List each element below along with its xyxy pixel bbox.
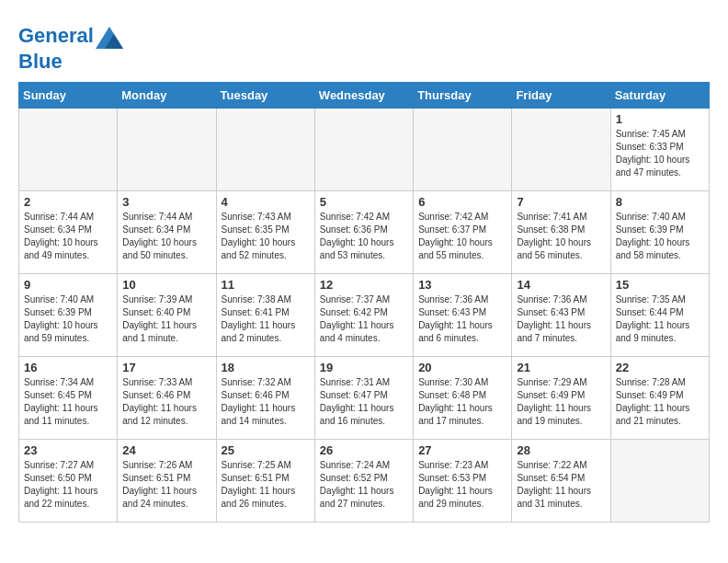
day-number: 8: [616, 195, 704, 209]
week-row-3: 9Sunrise: 7:40 AM Sunset: 6:39 PM Daylig…: [19, 274, 710, 357]
weekday-header-wednesday: Wednesday: [314, 83, 413, 109]
weekday-header-row: SundayMondayTuesdayWednesdayThursdayFrid…: [19, 83, 710, 109]
weekday-header-tuesday: Tuesday: [216, 83, 314, 109]
day-info: Sunrise: 7:45 AM Sunset: 6:33 PM Dayligh…: [616, 128, 704, 179]
calendar-cell: 2Sunrise: 7:44 AM Sunset: 6:34 PM Daylig…: [19, 191, 118, 274]
day-info: Sunrise: 7:42 AM Sunset: 6:36 PM Dayligh…: [320, 211, 408, 262]
day-number: 25: [222, 443, 310, 457]
calendar-cell: 26Sunrise: 7:24 AM Sunset: 6:52 PM Dayli…: [314, 440, 413, 523]
day-number: 22: [616, 361, 704, 374]
day-number: 23: [24, 443, 112, 457]
calendar-cell: 17Sunrise: 7:33 AM Sunset: 6:46 PM Dayli…: [118, 357, 216, 440]
day-number: 18: [222, 361, 310, 374]
calendar-cell: 1Sunrise: 7:45 AM Sunset: 6:33 PM Daylig…: [610, 109, 709, 191]
calendar-cell: 28Sunrise: 7:22 AM Sunset: 6:54 PM Dayli…: [512, 440, 610, 523]
calendar-cell: 10Sunrise: 7:39 AM Sunset: 6:40 PM Dayli…: [118, 274, 216, 357]
day-info: Sunrise: 7:39 AM Sunset: 6:40 PM Dayligh…: [122, 293, 210, 345]
calendar-cell: 14Sunrise: 7:36 AM Sunset: 6:43 PM Dayli…: [512, 274, 610, 357]
day-info: Sunrise: 7:30 AM Sunset: 6:48 PM Dayligh…: [418, 376, 506, 428]
weekday-header-saturday: Saturday: [610, 83, 709, 109]
week-row-2: 2Sunrise: 7:44 AM Sunset: 6:34 PM Daylig…: [19, 191, 710, 274]
calendar-cell: 15Sunrise: 7:35 AM Sunset: 6:44 PM Dayli…: [610, 274, 709, 357]
weekday-header-sunday: Sunday: [19, 83, 118, 109]
day-number: 4: [222, 195, 310, 209]
day-info: Sunrise: 7:29 AM Sunset: 6:49 PM Dayligh…: [517, 376, 605, 428]
day-number: 16: [24, 361, 112, 374]
week-row-5: 23Sunrise: 7:27 AM Sunset: 6:50 PM Dayli…: [19, 440, 710, 523]
day-info: Sunrise: 7:23 AM Sunset: 6:53 PM Dayligh…: [418, 459, 506, 511]
day-info: Sunrise: 7:40 AM Sunset: 6:39 PM Dayligh…: [24, 293, 112, 345]
calendar-cell: [414, 109, 512, 191]
day-number: 24: [122, 443, 210, 457]
weekday-header-friday: Friday: [512, 83, 610, 109]
day-number: 2: [24, 195, 112, 209]
day-info: Sunrise: 7:35 AM Sunset: 6:44 PM Dayligh…: [616, 293, 704, 345]
day-number: 17: [122, 361, 210, 374]
calendar-cell: 7Sunrise: 7:41 AM Sunset: 6:38 PM Daylig…: [512, 191, 610, 274]
calendar-cell: [19, 109, 118, 191]
day-info: Sunrise: 7:22 AM Sunset: 6:54 PM Dayligh…: [517, 459, 605, 511]
calendar-cell: 16Sunrise: 7:34 AM Sunset: 6:45 PM Dayli…: [19, 357, 118, 440]
calendar-cell: [216, 109, 314, 191]
day-info: Sunrise: 7:25 AM Sunset: 6:51 PM Dayligh…: [222, 459, 310, 511]
day-info: Sunrise: 7:38 AM Sunset: 6:41 PM Dayligh…: [222, 293, 310, 345]
day-number: 1: [616, 112, 704, 126]
calendar-cell: [512, 109, 610, 191]
day-info: Sunrise: 7:27 AM Sunset: 6:50 PM Dayligh…: [24, 459, 112, 511]
weekday-header-monday: Monday: [118, 83, 216, 109]
day-info: Sunrise: 7:24 AM Sunset: 6:52 PM Dayligh…: [320, 459, 408, 511]
calendar-cell: 9Sunrise: 7:40 AM Sunset: 6:39 PM Daylig…: [19, 274, 118, 357]
weekday-header-thursday: Thursday: [414, 83, 512, 109]
week-row-4: 16Sunrise: 7:34 AM Sunset: 6:45 PM Dayli…: [19, 357, 710, 440]
day-info: Sunrise: 7:34 AM Sunset: 6:45 PM Dayligh…: [24, 376, 112, 428]
calendar-cell: 13Sunrise: 7:36 AM Sunset: 6:43 PM Dayli…: [414, 274, 512, 357]
calendar-cell: 5Sunrise: 7:42 AM Sunset: 6:36 PM Daylig…: [314, 191, 413, 274]
day-number: 27: [418, 443, 506, 457]
day-info: Sunrise: 7:43 AM Sunset: 6:35 PM Dayligh…: [222, 211, 310, 262]
calendar-cell: [118, 109, 216, 191]
day-info: Sunrise: 7:40 AM Sunset: 6:39 PM Dayligh…: [616, 211, 704, 262]
day-number: 5: [320, 195, 408, 209]
day-info: Sunrise: 7:32 AM Sunset: 6:46 PM Dayligh…: [222, 376, 310, 428]
day-number: 3: [122, 195, 210, 209]
calendar-cell: 18Sunrise: 7:32 AM Sunset: 6:46 PM Dayli…: [216, 357, 314, 440]
calendar-cell: 24Sunrise: 7:26 AM Sunset: 6:51 PM Dayli…: [118, 440, 216, 523]
calendar-cell: 8Sunrise: 7:40 AM Sunset: 6:39 PM Daylig…: [610, 191, 709, 274]
calendar-cell: 20Sunrise: 7:30 AM Sunset: 6:48 PM Dayli…: [414, 357, 512, 440]
calendar-cell: 4Sunrise: 7:43 AM Sunset: 6:35 PM Daylig…: [216, 191, 314, 274]
day-number: 12: [320, 278, 408, 292]
calendar-cell: 3Sunrise: 7:44 AM Sunset: 6:34 PM Daylig…: [118, 191, 216, 274]
week-row-1: 1Sunrise: 7:45 AM Sunset: 6:33 PM Daylig…: [19, 109, 710, 191]
page-header: General Blue: [18, 18, 710, 73]
calendar-cell: [610, 440, 709, 523]
day-info: Sunrise: 7:44 AM Sunset: 6:34 PM Dayligh…: [122, 211, 210, 262]
day-info: Sunrise: 7:28 AM Sunset: 6:49 PM Dayligh…: [616, 376, 704, 428]
calendar-cell: 12Sunrise: 7:37 AM Sunset: 6:42 PM Dayli…: [314, 274, 413, 357]
day-info: Sunrise: 7:36 AM Sunset: 6:43 PM Dayligh…: [418, 293, 506, 345]
day-number: 6: [418, 195, 506, 209]
calendar-cell: 27Sunrise: 7:23 AM Sunset: 6:53 PM Dayli…: [414, 440, 512, 523]
day-info: Sunrise: 7:42 AM Sunset: 6:37 PM Dayligh…: [418, 211, 506, 262]
calendar-cell: 23Sunrise: 7:27 AM Sunset: 6:50 PM Dayli…: [19, 440, 118, 523]
day-number: 13: [418, 278, 506, 292]
calendar-cell: 22Sunrise: 7:28 AM Sunset: 6:49 PM Dayli…: [610, 357, 709, 440]
calendar-cell: 11Sunrise: 7:38 AM Sunset: 6:41 PM Dayli…: [216, 274, 314, 357]
day-info: Sunrise: 7:44 AM Sunset: 6:34 PM Dayligh…: [24, 211, 112, 262]
day-number: 26: [320, 443, 408, 457]
calendar-cell: [314, 109, 413, 191]
day-number: 21: [517, 361, 605, 374]
calendar-cell: 19Sunrise: 7:31 AM Sunset: 6:47 PM Dayli…: [314, 357, 413, 440]
day-number: 7: [517, 195, 605, 209]
day-number: 9: [24, 278, 112, 292]
logo: General Blue: [18, 23, 123, 73]
day-info: Sunrise: 7:41 AM Sunset: 6:38 PM Dayligh…: [517, 211, 605, 262]
day-number: 15: [616, 278, 704, 292]
calendar-cell: 6Sunrise: 7:42 AM Sunset: 6:37 PM Daylig…: [414, 191, 512, 274]
day-info: Sunrise: 7:36 AM Sunset: 6:43 PM Dayligh…: [517, 293, 605, 345]
day-info: Sunrise: 7:26 AM Sunset: 6:51 PM Dayligh…: [122, 459, 210, 511]
day-number: 28: [517, 443, 605, 457]
day-info: Sunrise: 7:33 AM Sunset: 6:46 PM Dayligh…: [122, 376, 210, 428]
day-info: Sunrise: 7:31 AM Sunset: 6:47 PM Dayligh…: [320, 376, 408, 428]
calendar-cell: 21Sunrise: 7:29 AM Sunset: 6:49 PM Dayli…: [512, 357, 610, 440]
day-number: 11: [222, 278, 310, 292]
